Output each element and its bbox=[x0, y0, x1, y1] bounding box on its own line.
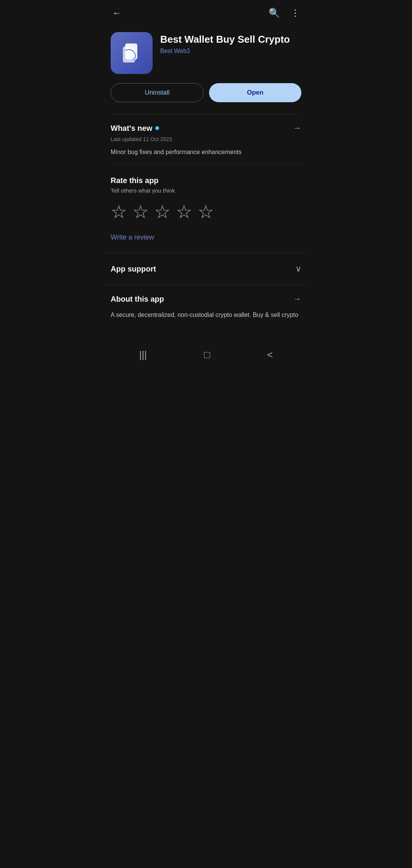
whats-new-arrow[interactable]: → bbox=[293, 123, 301, 133]
rate-subtitle: Tell others what you think bbox=[111, 187, 301, 194]
uninstall-button[interactable]: Uninstall bbox=[111, 83, 204, 102]
bottom-nav-bar: ||| □ < bbox=[103, 343, 309, 370]
star-5[interactable]: ☆ bbox=[198, 203, 214, 221]
app-support-title: App support bbox=[111, 265, 156, 273]
app-icon bbox=[111, 32, 153, 74]
last-updated-text: Last updated 11 Oct 2023 bbox=[111, 136, 301, 142]
about-header: About this app → bbox=[111, 294, 301, 304]
svg-rect-1 bbox=[123, 47, 135, 63]
whats-new-body: Minor bug fixes and performance enhancem… bbox=[111, 148, 301, 157]
stars-row: ☆ ☆ ☆ ☆ ☆ bbox=[111, 203, 301, 221]
about-section: About this app → A secure, decentralized… bbox=[103, 285, 309, 328]
whats-new-header: What's new → bbox=[111, 123, 301, 133]
recent-apps-icon[interactable]: ||| bbox=[139, 349, 147, 361]
app-header: Best Wallet Buy Sell Crypto Best Web3 bbox=[103, 26, 309, 83]
star-4[interactable]: ☆ bbox=[176, 203, 192, 221]
nav-right-icons: 🔍 ⋮ bbox=[267, 6, 301, 20]
whats-new-section: What's new → Last updated 11 Oct 2023 Mi… bbox=[103, 114, 309, 164]
search-icon[interactable]: 🔍 bbox=[267, 6, 282, 20]
app-title: Best Wallet Buy Sell Crypto bbox=[160, 34, 290, 45]
app-developer[interactable]: Best Web3 bbox=[160, 48, 290, 55]
rate-title: Rate this app bbox=[111, 176, 301, 185]
chevron-down-icon: ∨ bbox=[295, 264, 301, 274]
star-1[interactable]: ☆ bbox=[111, 203, 127, 221]
star-3[interactable]: ☆ bbox=[154, 203, 171, 221]
rate-section: Rate this app Tell others what you think… bbox=[103, 165, 309, 247]
write-review-link[interactable]: Write a review bbox=[111, 232, 301, 243]
home-icon[interactable]: □ bbox=[204, 349, 210, 361]
app-support-section[interactable]: App support ∨ bbox=[103, 253, 309, 285]
whats-new-title: What's new bbox=[111, 124, 152, 133]
action-buttons-row: Uninstall Open bbox=[103, 83, 309, 114]
star-2[interactable]: ☆ bbox=[132, 203, 149, 221]
top-nav-bar: ← 🔍 ⋮ bbox=[103, 0, 309, 26]
blue-dot-indicator bbox=[155, 126, 159, 130]
app-info: Best Wallet Buy Sell Crypto Best Web3 bbox=[160, 32, 290, 55]
about-title: About this app bbox=[111, 295, 164, 304]
section-title-row: What's new bbox=[111, 124, 159, 133]
open-button[interactable]: Open bbox=[209, 83, 301, 102]
back-button[interactable]: ← bbox=[111, 6, 123, 20]
more-options-icon[interactable]: ⋮ bbox=[289, 6, 301, 20]
about-arrow-icon[interactable]: → bbox=[293, 294, 301, 304]
back-nav-icon[interactable]: < bbox=[267, 349, 273, 361]
about-body-text: A secure, decentralized, non-custodial c… bbox=[111, 310, 301, 320]
